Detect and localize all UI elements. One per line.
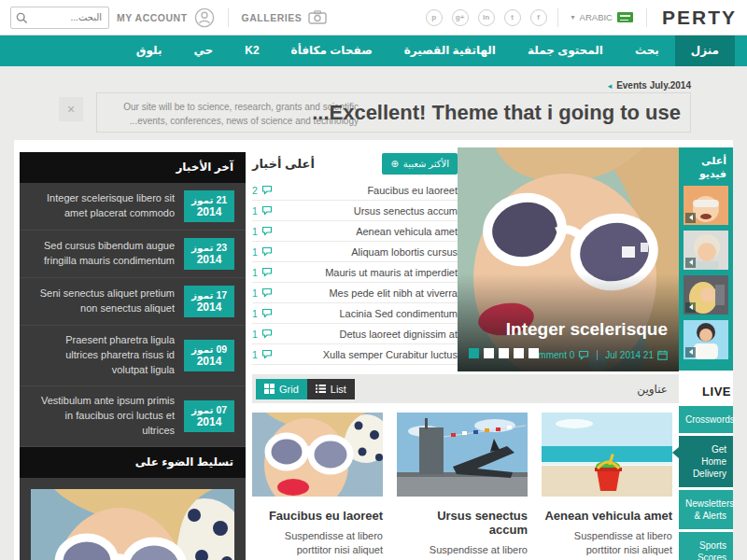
latest-news-item[interactable]: 23 تموز 2014 Sed cursus bibendum augue f…	[20, 231, 246, 278]
article-image[interactable]	[252, 413, 383, 497]
chevron-down-icon: ▾	[571, 13, 575, 21]
date-badge: 09 تموز 2014	[184, 340, 234, 371]
top-news-row[interactable]: 1 Xulla semper Curabitur luctus	[252, 344, 458, 365]
slider-dot[interactable]	[499, 348, 509, 358]
latest-news-item-title: Sed cursus bibendum augue fringilla maur…	[31, 239, 175, 269]
comment-bubble-icon	[578, 350, 589, 360]
headlines-toolbar: Grid List عناوين	[252, 374, 679, 403]
featured-meta: comment 0 Jul 2014 21	[529, 350, 668, 360]
grid-label: Grid	[279, 384, 299, 395]
list-icon	[316, 384, 326, 394]
nav-item-blog[interactable]: بلوق	[120, 35, 178, 66]
nav-item-live[interactable]: حي	[177, 35, 229, 66]
comment-bubble-icon	[261, 267, 273, 277]
most-popular-button[interactable]: الأكثر شعبية ⊕	[382, 153, 458, 175]
top-news-row[interactable]: 1 Mes pede elit nibh at viverra	[252, 283, 458, 303]
comment-count: 1	[252, 267, 273, 278]
latest-news-item[interactable]: 09 تموز 2014 Praesent pharetra ligula ul…	[20, 326, 246, 386]
top-news-row[interactable]: 1 Ursus senectus accum	[252, 201, 458, 221]
google-plus-icon[interactable]: g+	[452, 9, 469, 26]
topbar-divider	[646, 8, 647, 27]
my-account-button[interactable]: MY ACCOUNT	[117, 7, 215, 28]
comment-bubble-icon	[261, 226, 273, 236]
video-thumb[interactable]	[684, 320, 728, 359]
grid-view-button[interactable]: Grid	[256, 379, 307, 399]
user-icon	[194, 7, 215, 28]
nav-item-k2[interactable]: K2	[229, 35, 275, 66]
calendar-icon	[657, 350, 668, 360]
slider-dot[interactable]	[529, 348, 539, 358]
latest-news-item[interactable]: 07 تموز 2014 Vestibulum ante ipsum primi…	[20, 386, 246, 447]
play-icon	[685, 213, 696, 223]
linkedin-icon[interactable]: in	[478, 9, 495, 26]
article-title[interactable]: Ursus senectus accum	[397, 509, 528, 537]
latest-news-item[interactable]: 21 تموز 2014 Integer scelerisque libero …	[20, 183, 246, 231]
headlines-title: عناوين	[637, 383, 675, 396]
top-news-row-title: Detus laoreet dignissim at	[339, 329, 458, 340]
slider-dot[interactable]	[514, 348, 524, 358]
top-news-title: أعلى أخبار	[252, 157, 315, 171]
highlight-image[interactable]	[31, 489, 234, 560]
top-video-title: أعلى فيديو	[679, 147, 733, 186]
nav-item-mobile[interactable]: الهاتفية القصيرة	[388, 35, 512, 66]
flag-icon	[617, 12, 633, 22]
article-title[interactable]: Aenean vehicula amet	[542, 509, 672, 523]
live-item-get-home-delivery[interactable]: Get Home Delivery	[679, 436, 733, 487]
top-news-row[interactable]: 1 Detus laoreet dignissim at	[252, 324, 458, 344]
live-title: LIVE	[679, 385, 733, 399]
article-card: Ursus senectus accum Suspendisse at libe…	[397, 413, 528, 560]
active-item-arrow-icon	[672, 447, 679, 458]
slider-pagination	[469, 348, 539, 358]
search-box[interactable]	[10, 7, 109, 29]
topbar-divider	[228, 8, 229, 27]
live-item-sports-scores[interactable]: Sports Scores	[679, 532, 733, 560]
slider-dot[interactable]	[484, 348, 494, 358]
date-badge: 23 تموز 2014	[184, 238, 234, 270]
comment-count: 1	[252, 349, 273, 360]
site-logo[interactable]: PERTY	[662, 7, 737, 29]
latest-news-item-title: Seni senectus aliquet pretium non senect…	[31, 287, 175, 316]
video-thumb[interactable]	[684, 186, 728, 225]
article-image[interactable]	[397, 413, 528, 497]
pinterest-icon[interactable]: p	[426, 9, 443, 26]
video-thumb[interactable]	[684, 231, 728, 270]
latest-news-item[interactable]: 17 تموز 2014 Seni senectus aliquet preti…	[20, 278, 246, 326]
nav-item-home[interactable]: منزل	[675, 35, 735, 66]
language-selector[interactable]: ▾ ARABIC	[571, 12, 633, 22]
right-rail: أعلى فيديو	[679, 147, 733, 560]
featured-date: Jul 2014 21	[605, 350, 668, 360]
camera-icon	[308, 10, 327, 24]
top-news-row-title: Lacinia Sed condimentum	[339, 308, 458, 319]
comment-count: 1	[252, 205, 273, 217]
announcement-headline: ...Excellent! Theme that i going to use	[312, 101, 681, 125]
nav-item-bonus-pages[interactable]: صفحات مكافأة	[275, 35, 388, 66]
slider-dot[interactable]	[469, 348, 479, 358]
comment-count: 2	[252, 185, 273, 196]
top-news-row[interactable]: 1 Mauris ut mauris at imperdiet	[252, 262, 458, 283]
top-news-row[interactable]: 2 Faucibus eu laoreet	[252, 180, 458, 201]
article-excerpt: Suspendisse at libero porttitor nisi ali…	[252, 529, 383, 560]
main-content: آخر الأخبار 21 تموز 2014 Integer sceleri…	[14, 140, 733, 560]
nav-item-content[interactable]: المحتوى جملة	[512, 35, 619, 66]
featured-slide[interactable]: Integer scelerisque comment 0 Jul 2014 2…	[458, 147, 679, 371]
topbar: MY ACCOUNT GALLERIES p g+ in t f ▾ ARABI…	[0, 0, 747, 35]
twitter-icon[interactable]: t	[504, 9, 521, 26]
article-image[interactable]	[542, 413, 672, 497]
video-thumb[interactable]	[684, 275, 728, 315]
close-icon[interactable]: ×	[59, 97, 83, 121]
top-news-row[interactable]: 1 Aliquam lobortis cursus	[252, 242, 458, 262]
article-title[interactable]: Faucibus eu laoreet	[252, 509, 383, 523]
top-news-row[interactable]: 1 Lacinia Sed condimentum	[252, 303, 458, 324]
live-item-crosswords[interactable]: Crosswords	[679, 406, 733, 433]
grid-icon	[264, 384, 275, 394]
galleries-button[interactable]: GALLERIES	[242, 10, 328, 24]
date-badge: 07 تموز 2014	[184, 400, 234, 432]
top-news-panel: أعلى أخبار الأكثر شعبية ⊕ 2 Faucibus eu …	[252, 149, 458, 365]
top-news-header: أعلى أخبار الأكثر شعبية ⊕	[252, 149, 458, 177]
nav-item-search[interactable]: بحث	[619, 35, 675, 66]
live-item-newsletters-alerts[interactable]: Newsletters & Alerts	[679, 490, 733, 529]
facebook-icon[interactable]: f	[530, 9, 547, 26]
list-view-button[interactable]: List	[307, 379, 355, 399]
comment-count: 1	[252, 287, 273, 299]
top-news-row[interactable]: 1 Aenean vehicula amet	[252, 221, 458, 242]
